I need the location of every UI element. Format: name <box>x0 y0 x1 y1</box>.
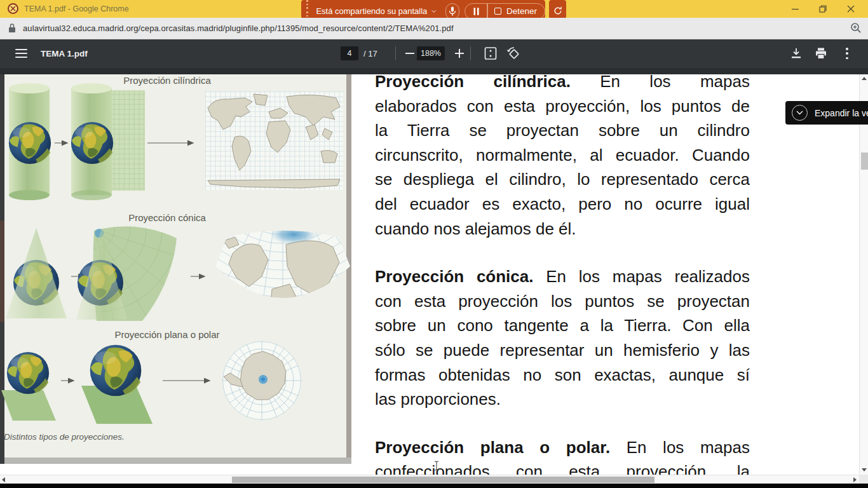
print-button[interactable] <box>815 48 827 59</box>
stop-share-button[interactable]: Detener <box>488 6 545 16</box>
figure-caption-cylindrical: Proyección cilíndrica <box>123 75 211 86</box>
pause-icon <box>473 8 479 15</box>
text-line: circunscrito, normalmente, al ecuador. C… <box>375 143 750 168</box>
article-text: Proyección cilíndrica. En los mapas elab… <box>375 74 750 475</box>
scrollbar-corner <box>859 475 868 484</box>
text-line: formas obtenidas no son exactas, aunque … <box>375 363 750 388</box>
chevron-down-icon[interactable] <box>431 10 436 13</box>
restore-button[interactable] <box>813 3 832 15</box>
bottom-black-bar <box>0 484 868 488</box>
zoom-out-button[interactable] <box>403 46 417 60</box>
more-options-button[interactable] <box>843 47 851 60</box>
text-line: sólo se puede representar un hemisferio … <box>375 338 750 363</box>
rotate-button[interactable] <box>506 46 521 60</box>
window-title: TEMA 1.pdf - Google Chrome <box>24 4 129 13</box>
pdf-page: Proyección cilíndrica <box>0 74 859 475</box>
chevron-down-circle-icon <box>792 105 808 121</box>
text-line: la Tierra se proyectan sobre un cilindro <box>375 118 750 143</box>
scroll-up-arrow[interactable] <box>862 77 867 81</box>
pdf-document-title: TEMA 1.pdf <box>41 49 88 58</box>
world-map-cylindrical <box>205 92 343 190</box>
text-line: sobre un cono tangente a la Tierra. Con … <box>375 313 750 338</box>
fit-to-page-button[interactable] <box>484 47 498 60</box>
toolbar-shadow <box>0 68 868 74</box>
text-line: con esta proyección los puntos se proyec… <box>375 289 750 314</box>
minimize-button[interactable] <box>785 3 804 15</box>
text-line: del ecuador es exacto, pero no ocurre ig… <box>375 192 750 217</box>
page-count-label: / 17 <box>363 49 377 58</box>
window-titlebar: TEMA 1.pdf - Google Chrome Está comparti… <box>0 0 868 18</box>
address-bar[interactable]: aulavirtual32.educa.madrid.org/cepa.orca… <box>0 18 868 39</box>
text-cursor <box>433 461 440 471</box>
figure-footnote: Distintos tipos de proyecciones. <box>4 432 125 442</box>
microphone-button[interactable] <box>445 3 460 20</box>
text-line: confeccionados con esta proyección, la <box>375 459 750 475</box>
share-message: Está compartiendo su pantalla <box>316 6 427 16</box>
text-line: Proyección plana o polar. En los mapas <box>375 435 750 460</box>
zoom-level-input[interactable]: 188% <box>417 46 445 60</box>
lock-icon[interactable] <box>8 23 16 33</box>
text-line: Proyección cilíndrica. En los mapas <box>375 74 750 94</box>
expand-view-button[interactable]: Expandir la ve <box>785 101 868 125</box>
refresh-icon <box>553 6 562 15</box>
site-favicon-icon <box>8 3 18 14</box>
url-text[interactable]: aulavirtual32.educa.madrid.org/cepa.orca… <box>23 24 454 33</box>
text-line: se despliega el cilindro, lo representad… <box>375 167 750 192</box>
polar-map <box>222 341 301 420</box>
projections-figure: Proyección cilíndrica <box>0 74 351 468</box>
zoom-in-button[interactable] <box>452 46 466 60</box>
text-line: Proyección cónica. En los mapas realizad… <box>375 264 750 289</box>
text-line: cuando nos alejamos de él. <box>375 217 750 241</box>
text-line: las proporciones. <box>375 387 750 412</box>
microphone-icon <box>448 6 457 17</box>
page-number-input[interactable]: 4 <box>341 46 358 60</box>
horizontal-scrollbar-thumb[interactable] <box>232 477 654 483</box>
menu-button[interactable] <box>15 49 27 58</box>
pause-share-button[interactable] <box>465 8 487 15</box>
horizontal-scrollbar[interactable] <box>0 475 859 484</box>
text-line: elaborados con esta proyección, los punt… <box>375 94 750 119</box>
stop-icon <box>494 8 501 15</box>
close-button[interactable] <box>841 3 860 15</box>
download-button[interactable] <box>790 48 802 59</box>
pdf-toolbar: TEMA 1.pdf 4 / 17 188% <box>0 39 868 68</box>
figure-caption-conical: Proyección cónica <box>128 212 206 223</box>
scroll-left-arrow[interactable] <box>2 477 6 482</box>
figure-caption-planar: Proyección plana o polar <box>114 329 219 340</box>
zoom-indicator-icon[interactable] <box>850 22 862 34</box>
vertical-scrollbar[interactable] <box>859 74 868 475</box>
scroll-down-arrow[interactable] <box>862 468 867 472</box>
vertical-scrollbar-thumb[interactable] <box>861 152 868 170</box>
scroll-right-arrow[interactable] <box>853 477 857 482</box>
